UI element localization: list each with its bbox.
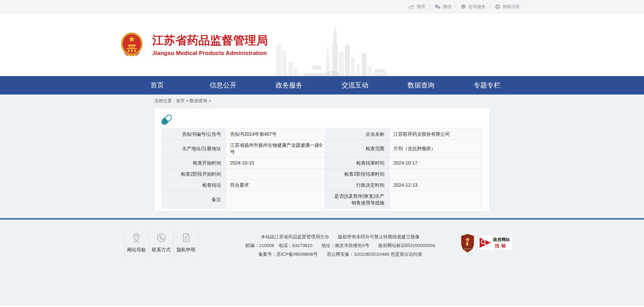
row-label: 行政决定时间: [325, 180, 389, 191]
breadcrumb: 当前位置：首页 > 数据查询 >: [154, 95, 490, 104]
row-label: 检查范围: [325, 140, 389, 158]
footer-contact[interactable]: 联系方式: [149, 230, 174, 258]
row-label: 检查2阶段开始时间: [162, 169, 226, 180]
breadcrumb-section-link[interactable]: 数据查询: [190, 98, 207, 103]
breadcrumb-prefix: 当前位置：: [154, 98, 176, 103]
row-value: 江苏省扬州市扬州生物健康产业园健康一路9号: [226, 140, 325, 158]
row-label: 是否涉及暂停(恢复)生产销售使用等措施: [325, 191, 389, 208]
table-row: 告知书编号/公告号 告知书2024年第407号 企业名称 江苏联环药业股份有限公…: [162, 129, 482, 140]
footer-privacy-label: 隐私申明: [177, 247, 196, 253]
breadcrumb-home-link[interactable]: 首页: [176, 98, 185, 103]
party-gov-badge-label: 党政机关: [463, 247, 472, 250]
topbar-weibo-label: 微博: [417, 4, 425, 10]
wechat-icon: [434, 4, 441, 9]
footer-contact-label: 联系方式: [152, 247, 171, 253]
row-value: 2024-10-17: [389, 158, 482, 169]
nav-special-topics[interactable]: 专题专栏: [454, 76, 520, 95]
table-row: 备注 是否涉及暂停(恢复)生产销售使用等措施: [162, 191, 482, 208]
topbar-wechat[interactable]: 微信: [430, 4, 456, 10]
nav-data-query[interactable]: 数据查询: [388, 76, 454, 95]
footer-line-1: 本站由江苏省药品监督管理局主办 版权所有未经许可禁止转载或者建立镜像: [220, 233, 461, 241]
party-gov-badge[interactable]: 党政机关: [461, 234, 475, 253]
nav-gov-services[interactable]: 政务服务: [256, 76, 322, 95]
table-row: 检查开始时间 2024-10-15 检查结束时间 2024-10-17: [162, 158, 482, 169]
topbar-wechat-label: 微信: [443, 4, 451, 10]
site-title-en: Jiangsu Medical Products Administration: [152, 50, 268, 57]
main-content: 当前位置：首页 > 数据查询 > 告知书编号/公告号 告知书2024年第407号…: [0, 95, 644, 218]
consult-service-icon: [461, 4, 466, 9]
row-label: 检查开始时间: [162, 158, 226, 169]
row-label: 生产地址/注册地址: [162, 140, 226, 158]
footer-info: 本站由江苏省药品监督管理局主办 版权所有未经许可禁止转载或者建立镜像 邮编：21…: [220, 230, 461, 259]
capsule-icon: [162, 115, 172, 125]
main-nav: 首页 信息公开 政务服务 交流互动 数据查询 专题专栏: [0, 76, 644, 95]
breadcrumb-sep2: >: [208, 98, 211, 103]
privacy-doc-icon: [181, 232, 191, 243]
site-map-icon: [131, 232, 142, 243]
national-emblem: [120, 32, 144, 58]
footer: 网站导航 联系方式 隐私申明 本站由江苏省药品监督管理局主办 版权所有未经许可禁…: [0, 220, 644, 306]
topbar-consult-label: 咨询服务: [468, 4, 486, 10]
topbar-smart-qa[interactable]: 智能问答: [490, 4, 520, 10]
nav-info-disclosure[interactable]: 信息公开: [190, 76, 256, 95]
row-value: 2024-12-13: [389, 180, 482, 191]
row-value: [226, 169, 325, 180]
site-title: 江苏省药品监督管理局: [152, 33, 268, 48]
footer-line-2: 邮编：210008 电话：83273610 地址：南京市鼓楼街5号 政府网站标识…: [220, 241, 461, 250]
topbar: 微博 微信 咨询服务: [0, 0, 644, 13]
inspection-detail-table: 告知书编号/公告号 告知书2024年第407号 企业名称 江苏联环药业股份有限公…: [162, 128, 482, 208]
footer-privacy[interactable]: 隐私申明: [174, 230, 199, 258]
detail-panel: 告知书编号/公告号 告知书2024年第407号 企业名称 江苏联环药业股份有限公…: [154, 108, 490, 211]
row-label: 备注: [162, 191, 226, 208]
footer-site-map[interactable]: 网站导航: [124, 230, 149, 258]
row-value: 2024-10-15: [226, 158, 325, 169]
footer-quick-links: 网站导航 联系方式 隐私申明: [124, 230, 199, 258]
row-value: [226, 191, 325, 208]
table-row: 检查结论 符合要求 行政决定时间 2024-12-13: [162, 180, 482, 191]
topbar-consult-service[interactable]: 咨询服务: [456, 4, 490, 10]
table-row: 检查2阶段开始时间 检查2阶段结束时间: [162, 169, 482, 180]
row-value: [389, 191, 482, 208]
row-label: 告知书编号/公告号: [162, 129, 226, 140]
row-label: 企业名称: [325, 129, 389, 140]
error-report-badge-bottom: 找错: [495, 243, 508, 248]
error-report-badge[interactable]: 政府网站 找错: [478, 235, 513, 250]
row-value: 符合要求: [226, 180, 325, 191]
row-label: 检查结论: [162, 180, 226, 191]
row-value: 告知书2024年第407号: [226, 129, 325, 140]
row-value: 片剂（含抗肿瘤类）: [389, 140, 482, 158]
contact-phone-icon: [156, 232, 166, 243]
breadcrumb-sep: >: [186, 98, 189, 103]
footer-site-map-label: 网站导航: [127, 247, 146, 253]
row-value: [389, 169, 482, 180]
table-row: 生产地址/注册地址 江苏省扬州市扬州生物健康产业园健康一路9号 检查范围 片剂（…: [162, 140, 482, 158]
topbar-weibo[interactable]: 微博: [404, 4, 430, 10]
row-value: 江苏联环药业股份有限公司: [389, 129, 482, 140]
topbar-smart-qa-label: 智能问答: [502, 4, 520, 10]
nav-interaction[interactable]: 交流互动: [322, 76, 388, 95]
weibo-icon: [409, 4, 415, 9]
site-header: 江苏省药品监督管理局 Jiangsu Medical Products Admi…: [0, 13, 644, 76]
nav-home[interactable]: 首页: [124, 76, 190, 95]
smart-qa-icon: [495, 4, 500, 9]
error-report-badge-top: 政府网站: [493, 237, 510, 242]
row-label: 检查结束时间: [325, 158, 389, 169]
footer-line-3: 备案号：苏ICP备09039606号 苏公网安备：32010602010488 …: [220, 250, 461, 259]
row-label: 检查2阶段结束时间: [325, 169, 389, 180]
